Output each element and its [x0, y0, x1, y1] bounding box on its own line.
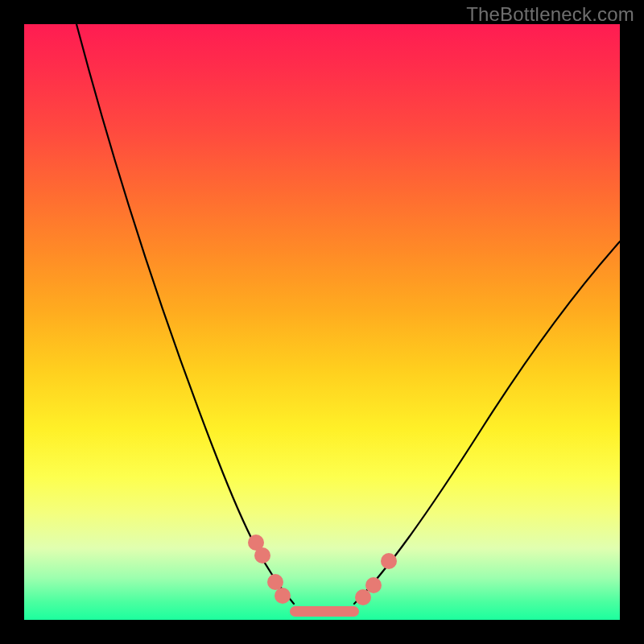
marker-dot [275, 588, 291, 604]
chart-svg [24, 24, 620, 620]
marker-dot [267, 574, 283, 590]
curve-left-arm [76, 24, 294, 604]
valley-pill [290, 606, 359, 617]
curve-right-arm [354, 242, 620, 604]
marker-dot [365, 577, 382, 593]
watermark-text: TheBottleneck.com [466, 3, 634, 26]
outer-frame: TheBottleneck.com [0, 0, 644, 644]
marker-dot [254, 547, 270, 564]
marker-dot [381, 553, 397, 569]
plot-area [24, 24, 620, 620]
